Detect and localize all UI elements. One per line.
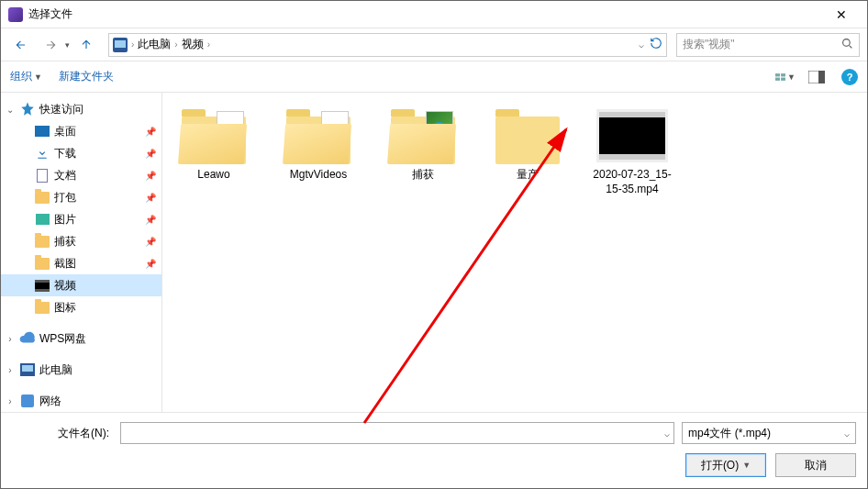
svg-rect-2 <box>781 73 785 76</box>
file-item[interactable]: 2020-07-23_15-15-35.mp4 <box>588 106 676 200</box>
folder-icon <box>34 234 50 249</box>
sidebar-item-label: 图片 <box>54 212 76 228</box>
bottom-bar: 文件名(N): ⌵ mp4文件 (*.mp4) ⌵ 打开(O) ▼ 取消 <box>1 412 867 488</box>
sidebar-network[interactable]: › 网络 <box>1 390 161 412</box>
file-item[interactable]: 捕获 <box>379 106 467 200</box>
sidebar-item-label: 截图 <box>54 256 76 272</box>
help-icon[interactable]: ? <box>841 69 858 85</box>
file-label: 量产 <box>517 168 539 183</box>
svg-rect-4 <box>781 77 785 80</box>
pc-icon <box>113 38 128 52</box>
address-dropdown-icon[interactable]: ⌵ <box>639 39 644 50</box>
up-button[interactable] <box>73 32 99 58</box>
back-button[interactable] <box>8 32 34 58</box>
history-dropdown-icon[interactable]: ▾ <box>65 40 70 50</box>
search-input[interactable]: 搜索"视频" <box>676 33 860 57</box>
nav-row: ▾ › 此电脑 › 视频 › ⌵ 搜索"视频" <box>1 28 867 61</box>
sidebar-item[interactable]: 文档📌 <box>1 164 161 186</box>
cancel-button[interactable]: 取消 <box>775 453 856 477</box>
sidebar-item-label: 打包 <box>54 190 76 206</box>
chevron-right-icon: › <box>207 39 210 50</box>
sidebar-item[interactable]: 图标 <box>1 296 161 318</box>
download-icon <box>34 146 50 161</box>
sidebar-item[interactable]: 捕获📌 <box>1 230 161 252</box>
file-item[interactable]: 量产 <box>484 106 572 200</box>
sidebar-item-label: 桌面 <box>54 124 76 139</box>
folder-icon <box>492 109 563 164</box>
sidebar-item-label: 图标 <box>54 300 76 316</box>
body: ⌄ 快速访问 桌面📌下载📌文档📌打包📌图片📌捕获📌截图📌 视频图标 › WPS网… <box>1 93 867 412</box>
svg-rect-6 <box>818 71 825 83</box>
filename-input[interactable]: ⌵ <box>120 422 674 444</box>
titlebar: 选择文件 ✕ <box>1 1 867 28</box>
organize-menu[interactable]: 组织 ▼ <box>10 69 42 84</box>
sidebar-item[interactable]: 视频 <box>1 274 161 296</box>
open-button[interactable]: 打开(O) ▼ <box>685 453 766 477</box>
close-button[interactable]: ✕ <box>823 7 860 22</box>
sidebar-item-label: 文档 <box>54 168 76 183</box>
folder-icon <box>34 256 50 271</box>
svg-rect-1 <box>775 73 780 76</box>
video-icon <box>34 278 50 293</box>
file-label: 捕获 <box>412 168 434 183</box>
preview-pane-icon[interactable] <box>807 69 827 85</box>
file-label: 2020-07-23_15-15-35.mp4 <box>592 168 673 196</box>
network-icon <box>19 394 36 408</box>
view-options-icon[interactable]: ▼ <box>775 69 796 85</box>
search-icon <box>841 38 853 52</box>
sidebar-item-label: 快速访问 <box>39 102 83 117</box>
chevron-right-icon: › <box>1 334 19 344</box>
file-label: MgtvVideos <box>290 168 347 183</box>
cloud-icon <box>19 331 36 346</box>
folder-icon <box>387 109 459 164</box>
sidebar-item-label: 捕获 <box>54 234 76 250</box>
file-item[interactable]: Leawo <box>170 106 258 200</box>
filetype-select[interactable]: mp4文件 (*.mp4) ⌵ <box>682 422 856 444</box>
sidebar-item[interactable]: 打包📌 <box>1 186 161 208</box>
svg-point-0 <box>843 39 851 46</box>
file-label: Leawo <box>197 168 229 183</box>
app-icon <box>8 7 23 22</box>
refresh-button[interactable] <box>650 37 662 52</box>
folder-icon <box>283 109 354 164</box>
chevron-down-icon: ⌵ <box>844 428 850 439</box>
sidebar-item-label: 视频 <box>54 278 76 294</box>
address-bar[interactable]: › 此电脑 › 视频 › ⌵ <box>108 33 667 57</box>
toolbar: 组织 ▼ 新建文件夹 ▼ ? <box>1 61 867 93</box>
search-placeholder: 搜索"视频" <box>683 37 735 52</box>
sidebar-item-label: WPS网盘 <box>39 331 86 347</box>
chevron-right-icon: › <box>174 39 177 50</box>
video-thumbnail-icon <box>596 109 668 164</box>
sidebar-item-label: 此电脑 <box>39 362 72 378</box>
pin-icon: 📌 <box>145 215 156 225</box>
sidebar: ⌄ 快速访问 桌面📌下载📌文档📌打包📌图片📌捕获📌截图📌 视频图标 › WPS网… <box>1 93 162 412</box>
filename-label: 文件名(N): <box>12 426 113 441</box>
window-title: 选择文件 <box>28 6 823 22</box>
breadcrumb-this-pc[interactable]: 此电脑 <box>138 37 171 52</box>
folder-icon <box>34 300 50 315</box>
svg-rect-3 <box>775 77 780 80</box>
sidebar-quick-access[interactable]: ⌄ 快速访问 <box>1 98 161 120</box>
sidebar-wps[interactable]: › WPS网盘 <box>1 328 161 350</box>
breadcrumb-videos[interactable]: 视频 <box>182 37 204 52</box>
file-item[interactable]: MgtvVideos <box>274 106 362 200</box>
sidebar-this-pc[interactable]: › 此电脑 <box>1 359 161 381</box>
sidebar-item[interactable]: 下载📌 <box>1 142 161 164</box>
pin-icon: 📌 <box>145 149 156 159</box>
file-pane[interactable]: LeawoMgtvVideos捕获量产2020-07-23_15-15-35.m… <box>162 93 867 412</box>
picture-icon <box>34 212 50 227</box>
folder-icon <box>178 109 250 164</box>
star-icon <box>19 102 36 117</box>
sidebar-item[interactable]: 截图📌 <box>1 252 161 274</box>
sidebar-item[interactable]: 图片📌 <box>1 208 161 230</box>
chevron-right-icon: › <box>131 39 134 50</box>
pin-icon: 📌 <box>145 127 156 137</box>
desktop-icon <box>34 124 50 139</box>
forward-button[interactable] <box>38 32 63 58</box>
pin-icon: 📌 <box>145 237 156 247</box>
new-folder-button[interactable]: 新建文件夹 <box>59 69 114 84</box>
sidebar-item[interactable]: 桌面📌 <box>1 120 161 142</box>
sidebar-item-label: 网络 <box>39 394 61 409</box>
pin-icon: 📌 <box>145 193 156 203</box>
pin-icon: 📌 <box>145 171 156 181</box>
